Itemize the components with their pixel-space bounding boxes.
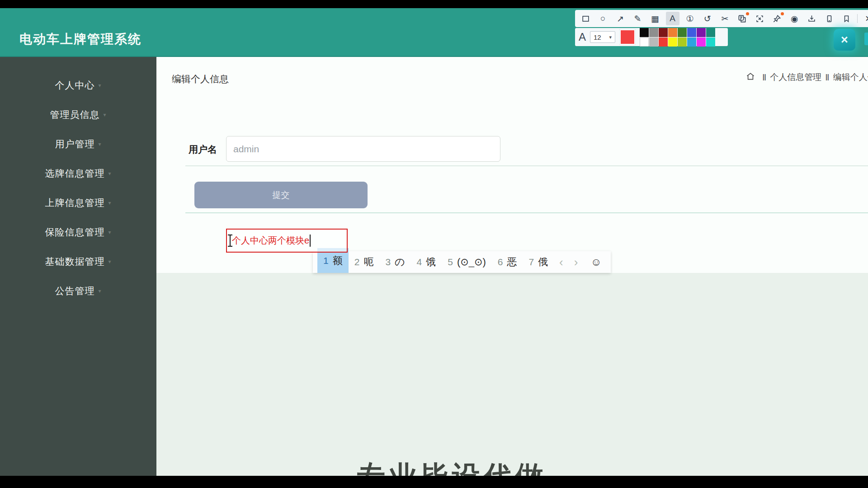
ime-candidate-5[interactable]: 5(⊙_⊙) (442, 251, 491, 273)
breadcrumb-item-edit-personal-info[interactable]: 编辑个人信息 (833, 71, 868, 83)
breadcrumb-item-personal-info[interactable]: 个人信息管理 (770, 71, 821, 83)
ime-candidate-2[interactable]: 2呃 (349, 251, 380, 273)
font-size-select[interactable]: 12 ▾ (590, 31, 615, 43)
ime-prev-icon[interactable]: ‹ (554, 255, 569, 269)
chevron-down-icon: ▾ (98, 82, 101, 89)
pen-tool-icon[interactable]: ✎ (631, 12, 645, 25)
username-input[interactable] (226, 136, 500, 162)
annotation-text: 个人中心两个模块e (232, 235, 309, 247)
device-icon[interactable] (822, 12, 836, 25)
close-icon[interactable]: × (862, 12, 868, 25)
chevron-down-icon: ▾ (98, 141, 101, 147)
divider (185, 212, 868, 213)
ime-candidate-3[interactable]: 3の (379, 251, 410, 273)
color-swatch[interactable] (678, 28, 687, 37)
breadcrumb-separator: Ⅱ (762, 72, 766, 83)
ellipse-tool-icon[interactable]: ○ (596, 12, 610, 25)
snip-toolbar: ○ ↗ ✎ ▦ A ① ↺ ✂ ◉ × (575, 10, 868, 27)
color-swatch[interactable] (668, 38, 677, 47)
annotation-textbox[interactable]: 个人中心两个模块e (226, 229, 348, 253)
badge-dot (781, 12, 784, 15)
color-swatch[interactable] (697, 38, 706, 47)
rectangle-tool-icon[interactable] (579, 12, 592, 25)
pin-icon[interactable] (770, 12, 784, 25)
color-swatch[interactable] (668, 28, 677, 37)
letterbox-top (0, 0, 868, 8)
current-color-swatch[interactable] (619, 29, 636, 45)
text-caret (310, 235, 311, 247)
ime-candidate-7[interactable]: 7俄 (523, 251, 554, 273)
emoji-icon[interactable]: ☺ (583, 256, 606, 268)
snip-text-options-bar: A 12 ▾ (575, 28, 728, 46)
sidebar-item-insurance-info[interactable]: 保险信息管理▾ (0, 217, 156, 247)
chevron-down-icon: ▾ (108, 229, 111, 235)
ime-candidate-4[interactable]: 4饿 (411, 251, 442, 273)
page-title: 编辑个人信息 (172, 73, 229, 85)
record-icon[interactable]: ◉ (788, 12, 801, 25)
breadcrumb: Ⅱ 个人信息管理 Ⅱ 编辑个人信息 (746, 71, 868, 83)
color-swatch[interactable] (640, 28, 649, 37)
ime-candidate-6[interactable]: 6恶 (492, 251, 523, 273)
translate-icon[interactable] (736, 12, 749, 25)
chevron-down-icon: ▾ (108, 258, 111, 265)
edge-widget-sliver (864, 33, 868, 45)
app-title: 电动车上牌管理系统 (19, 31, 142, 48)
ime-next-icon[interactable]: › (569, 255, 584, 269)
number-step-tool-icon[interactable]: ① (683, 12, 697, 25)
font-icon: A (579, 31, 586, 43)
download-icon[interactable] (805, 12, 819, 25)
color-swatch[interactable] (697, 28, 706, 37)
breadcrumb-separator: Ⅱ (825, 72, 829, 83)
mosaic-tool-icon[interactable]: ▦ (648, 12, 662, 25)
cut-icon[interactable]: ✂ (718, 12, 731, 25)
sidebar-item-base-data[interactable]: 基础数据管理▾ (0, 247, 156, 276)
color-swatch[interactable] (640, 38, 649, 47)
sidebar-item-announcement[interactable]: 公告管理▾ (0, 276, 156, 305)
content-lower-area (156, 273, 868, 476)
chevron-down-icon: ▾ (103, 112, 106, 118)
arrow-tool-icon[interactable]: ↗ (613, 12, 627, 25)
chevron-down-icon: ▾ (108, 170, 111, 177)
undo-icon[interactable]: ↺ (701, 12, 714, 25)
color-swatch[interactable] (687, 28, 696, 37)
ocr-icon[interactable] (753, 12, 766, 25)
chevron-down-icon: ▾ (108, 200, 111, 206)
divider (185, 165, 868, 166)
divider (857, 14, 858, 23)
sidebar-item-admin-info[interactable]: 管理员信息▾ (0, 100, 156, 129)
sidebar-item-plate-selection[interactable]: 选牌信息管理▾ (0, 159, 156, 188)
screen: 电动车上牌管理系统 个人中心▾ 管理员信息▾ 用户管理▾ 选牌信息管理▾ 上牌信… (0, 0, 868, 488)
sidebar-item-user-management[interactable]: 用户管理▾ (0, 129, 156, 159)
badge-dot (746, 12, 749, 15)
username-label: 用户名 (189, 143, 217, 156)
ime-candidate-bar: 1额 2呃 3の 4饿 5(⊙_⊙) 6恶 7俄 ‹ › ☺ (313, 251, 611, 273)
color-swatch[interactable] (659, 28, 668, 37)
text-tool-icon[interactable]: A (666, 12, 679, 25)
color-swatch[interactable] (649, 28, 658, 37)
letterbox-bottom (0, 476, 868, 488)
chevron-down-icon: ▾ (98, 288, 101, 294)
chevron-down-icon: ▾ (609, 34, 612, 40)
ibeam-cursor-icon (230, 235, 231, 247)
home-icon[interactable] (746, 72, 759, 83)
sidebar-item-plate-registration[interactable]: 上牌信息管理▾ (0, 188, 156, 217)
color-palette (640, 28, 715, 47)
submit-button[interactable]: 提交 (194, 182, 368, 208)
sidebar-item-personal-center[interactable]: 个人中心▾ (0, 70, 156, 100)
color-swatch[interactable] (649, 38, 658, 47)
color-swatch[interactable] (678, 38, 687, 47)
float-close-button[interactable]: × (834, 29, 855, 51)
color-swatch[interactable] (659, 38, 668, 47)
sidebar: 个人中心▾ 管理员信息▾ 用户管理▾ 选牌信息管理▾ 上牌信息管理▾ 保险信息管… (0, 57, 156, 476)
color-swatch[interactable] (706, 28, 715, 37)
color-swatch[interactable] (687, 38, 696, 47)
bookmark-icon[interactable] (840, 12, 854, 25)
color-swatch[interactable] (706, 38, 715, 47)
